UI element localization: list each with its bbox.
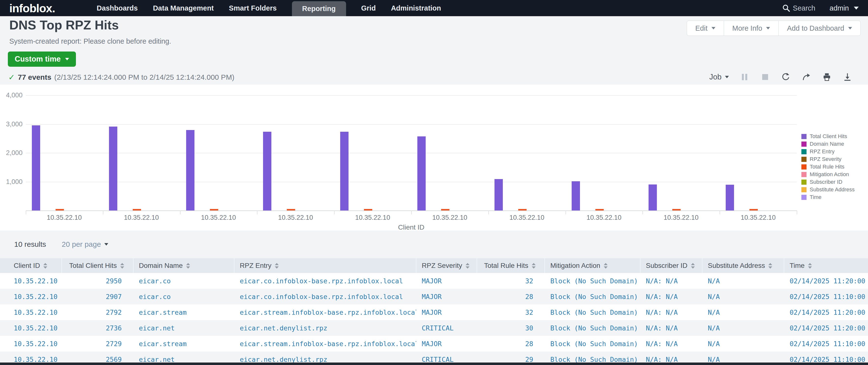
cell-domain-name[interactable]: eicar.net — [133, 324, 235, 332]
global-search[interactable]: Search — [782, 4, 815, 12]
bar-total-rule-hits[interactable] — [287, 209, 295, 210]
bar-total-client-hits[interactable] — [571, 181, 580, 210]
cell-client-id[interactable]: 10.35.22.10 — [0, 293, 62, 301]
bar-total-client-hits[interactable] — [649, 185, 657, 210]
per-page-selector[interactable]: 20 per page — [62, 240, 108, 249]
reload-button[interactable] — [781, 72, 790, 82]
nav-item-reporting[interactable]: Reporting — [292, 1, 346, 16]
stop-button[interactable] — [760, 72, 770, 82]
legend-item-subscriber-id[interactable]: Subscriber ID — [801, 179, 855, 185]
cell-rpz-entry[interactable]: eicar.net.denylist.rpz — [235, 324, 416, 332]
cell-client-id[interactable]: 10.35.22.10 — [0, 309, 62, 316]
cell-total-rule-hits[interactable]: 30 — [477, 324, 545, 332]
cell-total-client-hits[interactable]: 2569 — [62, 356, 133, 363]
cell-mitigation-action[interactable]: Block (No Such Domain) — [545, 356, 641, 363]
bar-total-client-hits[interactable] — [109, 127, 117, 210]
cell-domain-name[interactable]: eicar.stream — [133, 340, 235, 347]
print-button[interactable] — [822, 72, 832, 82]
bar-total-client-hits[interactable] — [263, 132, 271, 210]
cell-rpz-entry[interactable]: eicar.net.denylist.rpz — [235, 356, 416, 363]
cell-subscriber-id[interactable]: N/A: N/A — [641, 356, 703, 363]
nav-item-dashboards[interactable]: Dashboards — [97, 4, 138, 12]
nav-item-data-management[interactable]: Data Management — [153, 4, 214, 12]
cell-subscriber-id[interactable]: N/A: N/A — [641, 293, 703, 301]
cell-substitute-address[interactable]: N/A — [703, 340, 784, 347]
bar-total-client-hits[interactable] — [495, 179, 503, 210]
bar-total-rule-hits[interactable] — [518, 209, 527, 210]
cell-substitute-address[interactable]: N/A — [703, 293, 784, 301]
add-to-dashboard-button[interactable]: Add to Dashboard — [778, 21, 861, 36]
cell-substitute-address[interactable]: N/A — [703, 356, 784, 363]
cell-total-client-hits[interactable]: 2736 — [62, 324, 133, 332]
cell-rpz-severity[interactable]: CRITICAL — [416, 324, 477, 332]
pause-button[interactable] — [740, 72, 749, 82]
column-header-total-rule-hits[interactable]: Total Rule Hits — [477, 258, 545, 273]
download-button[interactable] — [842, 72, 852, 82]
edit-button[interactable]: Edit — [687, 21, 724, 36]
cell-domain-name[interactable]: eicar.stream — [133, 309, 235, 316]
cell-mitigation-action[interactable]: Block (No Such Domain) — [545, 277, 641, 285]
cell-substitute-address[interactable]: N/A — [703, 277, 784, 285]
cell-subscriber-id[interactable]: N/A: N/A — [641, 277, 703, 285]
cell-rpz-severity[interactable]: MAJOR — [416, 340, 477, 347]
bar-total-client-hits[interactable] — [340, 132, 348, 210]
cell-total-rule-hits[interactable]: 28 — [477, 293, 545, 301]
custom-time-button[interactable]: Custom time — [8, 52, 76, 67]
bar-total-rule-hits[interactable] — [210, 209, 218, 210]
column-header-client-id[interactable]: Client ID — [0, 258, 62, 273]
cell-total-client-hits[interactable]: 2792 — [62, 309, 133, 316]
bar-total-client-hits[interactable] — [726, 185, 734, 210]
bar-total-rule-hits[interactable] — [364, 209, 372, 210]
legend-item-substitute-address[interactable]: Substitute Address — [801, 187, 855, 193]
cell-total-client-hits[interactable]: 2907 — [62, 293, 133, 301]
cell-rpz-severity[interactable]: CRITICAL — [416, 356, 477, 363]
cell-subscriber-id[interactable]: N/A: N/A — [641, 309, 703, 316]
cell-rpz-severity[interactable]: MAJOR — [416, 293, 477, 301]
cell-rpz-severity[interactable]: MAJOR — [416, 309, 477, 316]
job-menu[interactable]: Job — [709, 73, 729, 81]
cell-client-id[interactable]: 10.35.22.10 — [0, 277, 62, 285]
legend-item-domain-name[interactable]: Domain Name — [801, 141, 855, 147]
cell-substitute-address[interactable]: N/A — [703, 324, 784, 332]
legend-item-rpz-entry[interactable]: RPZ Entry — [801, 148, 855, 155]
cell-rpz-severity[interactable]: MAJOR — [416, 277, 477, 285]
more-info-button[interactable]: More Info — [724, 21, 779, 36]
bar-total-rule-hits[interactable] — [441, 209, 450, 210]
cell-mitigation-action[interactable]: Block (No Such Domain) — [545, 324, 641, 332]
cell-subscriber-id[interactable]: N/A: N/A — [641, 324, 703, 332]
cell-mitigation-action[interactable]: Block (No Such Domain) — [545, 340, 641, 347]
horizontal-scrollbar[interactable] — [0, 363, 868, 365]
column-header-time[interactable]: Time — [784, 258, 868, 273]
column-header-rpz-entry[interactable]: RPZ Entry — [235, 258, 416, 273]
nav-item-grid[interactable]: Grid — [361, 4, 376, 12]
legend-item-total-client-hits[interactable]: Total Client Hits — [801, 133, 855, 140]
cell-time[interactable]: 02/14/2025 11:10:00 — [784, 293, 868, 301]
cell-total-rule-hits[interactable]: 28 — [477, 340, 545, 347]
user-menu[interactable]: admin — [830, 4, 859, 12]
nav-item-administration[interactable]: Administration — [391, 4, 441, 12]
column-header-subscriber-id[interactable]: Subscriber ID — [641, 258, 703, 273]
cell-domain-name[interactable]: eicar.co — [133, 277, 235, 285]
column-header-substitute-address[interactable]: Substitute Address — [703, 258, 784, 273]
bar-total-client-hits[interactable] — [186, 130, 194, 210]
cell-subscriber-id[interactable]: N/A: N/A — [641, 340, 703, 347]
cell-client-id[interactable]: 10.35.22.10 — [0, 324, 62, 332]
bar-total-rule-hits[interactable] — [133, 209, 141, 210]
bar-total-rule-hits[interactable] — [56, 209, 64, 210]
bar-total-rule-hits[interactable] — [749, 209, 758, 210]
cell-total-rule-hits[interactable]: 32 — [477, 277, 545, 285]
nav-item-smart-folders[interactable]: Smart Folders — [229, 4, 277, 12]
cell-rpz-entry[interactable]: eicar.stream.infoblox-base.rpz.infoblox.… — [235, 309, 416, 316]
cell-total-client-hits[interactable]: 2729 — [62, 340, 133, 347]
cell-mitigation-action[interactable]: Block (No Such Domain) — [545, 293, 641, 301]
cell-rpz-entry[interactable]: eicar.stream.infoblox-base.rpz.infoblox.… — [235, 340, 416, 347]
cell-client-id[interactable]: 10.35.22.10 — [0, 356, 62, 363]
legend-item-mitigation-action[interactable]: Mitigation Action — [801, 171, 855, 177]
cell-domain-name[interactable]: eicar.net — [133, 356, 235, 363]
share-button[interactable] — [801, 72, 811, 82]
cell-rpz-entry[interactable]: eicar.co.infoblox-base.rpz.infoblox.loca… — [235, 277, 416, 285]
bar-total-rule-hits[interactable] — [672, 209, 681, 210]
cell-mitigation-action[interactable]: Block (No Such Domain) — [545, 309, 641, 316]
cell-time[interactable]: 02/14/2025 11:10:00 — [784, 340, 868, 347]
cell-total-rule-hits[interactable]: 29 — [477, 356, 545, 363]
